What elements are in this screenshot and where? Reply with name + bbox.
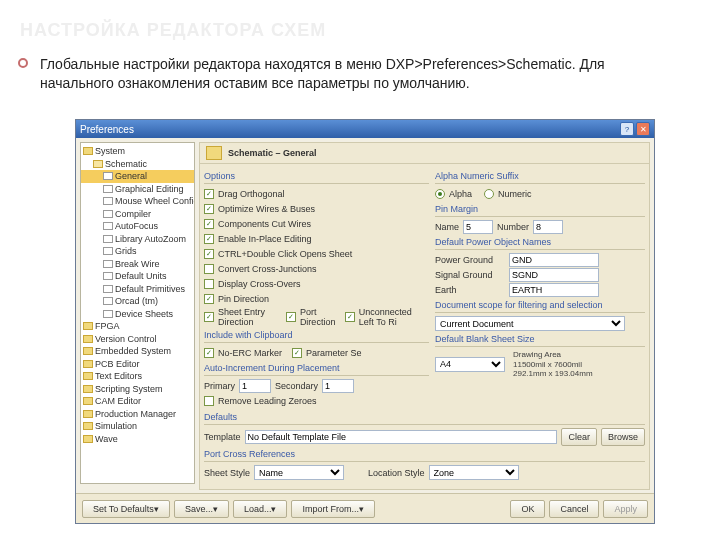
tree-item[interactable]: Library AutoZoom xyxy=(81,233,194,246)
tree-item[interactable]: Simulation xyxy=(81,420,194,433)
option-checkbox[interactable]: ✓ xyxy=(286,312,296,322)
option-checkbox[interactable]: ✓ xyxy=(204,294,214,304)
clear-button[interactable]: Clear xyxy=(561,428,597,446)
tree-item[interactable]: Graphical Editing xyxy=(81,183,194,196)
tree-item[interactable]: Default Primitives xyxy=(81,283,194,296)
browse-button[interactable]: Browse xyxy=(601,428,645,446)
tree-item[interactable]: CAM Editor xyxy=(81,395,194,408)
powerground-input[interactable] xyxy=(509,253,599,267)
signalground-input[interactable] xyxy=(509,268,599,282)
tree-item[interactable]: Compiler xyxy=(81,208,194,221)
pinnum-input[interactable] xyxy=(533,220,563,234)
close-button[interactable]: ✕ xyxy=(636,122,650,136)
option-checkbox[interactable] xyxy=(204,264,214,274)
tree-item[interactable]: Wave xyxy=(81,433,194,446)
option-label: Sheet Entry Direction xyxy=(218,307,282,327)
page-icon xyxy=(103,222,113,230)
alpha-radio[interactable] xyxy=(435,189,445,199)
tree-item[interactable]: Version Control xyxy=(81,333,194,346)
tree-item[interactable]: Orcad (tm) xyxy=(81,295,194,308)
folder-icon xyxy=(83,410,93,418)
option-checkbox[interactable] xyxy=(204,279,214,289)
tree-item[interactable]: System xyxy=(81,145,194,158)
folder-icon xyxy=(83,435,93,443)
defaults-group-title: Defaults xyxy=(204,412,645,422)
pinmargin-group-title: Pin Margin xyxy=(435,204,645,214)
tree-item[interactable]: Production Manager xyxy=(81,408,194,421)
load-button[interactable]: Load... ▾ xyxy=(233,500,288,518)
clipboard-group-title: Include with Clipboard xyxy=(204,330,429,340)
pinname-input[interactable] xyxy=(463,220,493,234)
cancel-button[interactable]: Cancel xyxy=(549,500,599,518)
noerc-checkbox[interactable]: ✓ xyxy=(204,348,214,358)
help-button[interactable]: ? xyxy=(620,122,634,136)
power-group-title: Default Power Object Names xyxy=(435,237,645,247)
option-label: Optimize Wires & Buses xyxy=(218,204,315,214)
alpha-label: Alpha xyxy=(449,189,472,199)
option-checkbox[interactable]: ✓ xyxy=(345,312,355,322)
sheetstyle-label: Sheet Style xyxy=(204,468,250,478)
import-button[interactable]: Import From... ▾ xyxy=(291,500,375,518)
page-icon xyxy=(103,247,113,255)
tree-item[interactable]: Embedded System xyxy=(81,345,194,358)
tree-item[interactable]: FPGA xyxy=(81,320,194,333)
tree-item[interactable]: Break Wire xyxy=(81,258,194,271)
docscope-select[interactable]: Current Document xyxy=(435,316,625,331)
numeric-radio[interactable] xyxy=(484,189,494,199)
docscope-group-title: Document scope for filtering and selecti… xyxy=(435,300,645,310)
category-tree[interactable]: SystemSchematicGeneralGraphical EditingM… xyxy=(80,142,195,484)
preferences-dialog: Preferences ? ✕ SystemSchematicGeneralGr… xyxy=(75,119,655,524)
option-checkbox[interactable]: ✓ xyxy=(204,234,214,244)
earth-label: Earth xyxy=(435,285,505,295)
slide-body-text: Глобальные настройки редактора находятся… xyxy=(40,55,680,93)
option-checkbox[interactable]: ✓ xyxy=(204,249,214,259)
paramset-label: Parameter Se xyxy=(306,348,362,358)
option-checkbox[interactable]: ✓ xyxy=(204,204,214,214)
options-group-title: Options xyxy=(204,171,429,181)
drawing-area-text: Drawing Area 11500mil x 7600mil 292.1mm … xyxy=(513,350,593,379)
option-label: Components Cut Wires xyxy=(218,219,311,229)
portcross-group-title: Port Cross References xyxy=(204,449,645,459)
option-checkbox[interactable]: ✓ xyxy=(204,189,214,199)
ok-button[interactable]: OK xyxy=(510,500,545,518)
tree-item[interactable]: Scripting System xyxy=(81,383,194,396)
tree-item[interactable]: Mouse Wheel Configuration xyxy=(81,195,194,208)
tree-item[interactable]: General xyxy=(81,170,194,183)
folder-icon xyxy=(83,385,93,393)
remove-zeroes-checkbox[interactable] xyxy=(204,396,214,406)
tree-item[interactable]: PCB Editor xyxy=(81,358,194,371)
page-icon xyxy=(103,185,113,193)
pinnum-label: Number xyxy=(497,222,529,232)
earth-input[interactable] xyxy=(509,283,599,297)
locstyle-select[interactable]: Zone xyxy=(429,465,519,480)
sheetstyle-select[interactable]: Name xyxy=(254,465,344,480)
tree-item[interactable]: Text Editors xyxy=(81,370,194,383)
template-input[interactable] xyxy=(245,430,558,444)
tree-item[interactable]: Default Units xyxy=(81,270,194,283)
folder-icon xyxy=(206,146,222,160)
tree-item[interactable]: AutoFocus xyxy=(81,220,194,233)
option-checkbox[interactable]: ✓ xyxy=(204,312,214,322)
sheetsize-select[interactable]: A4 xyxy=(435,357,505,372)
apply-button[interactable]: Apply xyxy=(603,500,648,518)
tree-item[interactable]: Grids xyxy=(81,245,194,258)
option-checkbox[interactable]: ✓ xyxy=(204,219,214,229)
tree-item[interactable]: Schematic xyxy=(81,158,194,171)
option-label: Pin Direction xyxy=(218,294,269,304)
folder-icon xyxy=(83,322,93,330)
breadcrumb-label: Schematic – General xyxy=(228,148,317,158)
sheetsize-group-title: Default Blank Sheet Size xyxy=(435,334,645,344)
set-defaults-button[interactable]: Set To Defaults ▾ xyxy=(82,500,170,518)
primary-input[interactable] xyxy=(239,379,271,393)
breadcrumb: Schematic – General xyxy=(199,142,650,164)
secondary-input[interactable] xyxy=(322,379,354,393)
paramset-checkbox[interactable]: ✓ xyxy=(292,348,302,358)
option-label: Convert Cross-Junctions xyxy=(218,264,317,274)
tree-item[interactable]: Device Sheets xyxy=(81,308,194,321)
save-button[interactable]: Save... ▾ xyxy=(174,500,229,518)
option-label: Display Cross-Overs xyxy=(218,279,301,289)
page-icon xyxy=(103,172,113,180)
folder-icon xyxy=(83,397,93,405)
option-label: Enable In-Place Editing xyxy=(218,234,312,244)
remove-zeroes-label: Remove Leading Zeroes xyxy=(218,396,317,406)
